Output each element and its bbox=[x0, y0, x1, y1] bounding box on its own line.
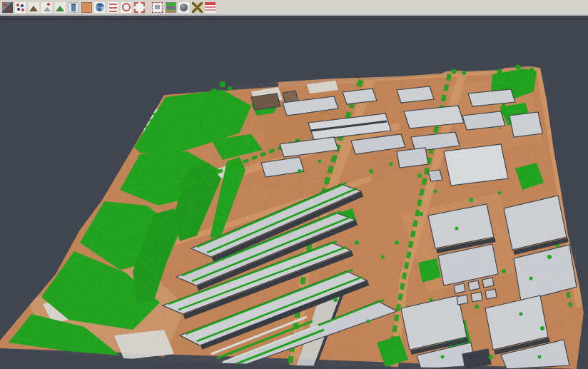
fit-extent-button[interactable] bbox=[133, 1, 146, 14]
globe-button[interactable] bbox=[93, 1, 106, 14]
globe-icon bbox=[94, 2, 105, 13]
sphere-render-button[interactable] bbox=[178, 1, 191, 14]
layer-list-icon bbox=[108, 2, 118, 13]
terrain-brown-icon bbox=[29, 2, 39, 13]
classify-dark-button[interactable] bbox=[1, 1, 14, 14]
layer-list-button[interactable] bbox=[106, 1, 119, 14]
flag-button[interactable] bbox=[204, 1, 217, 14]
viewport bbox=[0, 19, 588, 369]
sphere-render-icon bbox=[178, 2, 189, 13]
measure-icon bbox=[192, 2, 203, 13]
terrain-vegetation-button[interactable] bbox=[54, 1, 66, 14]
profile-view-button[interactable] bbox=[67, 1, 80, 14]
toolbar bbox=[0, 0, 588, 16]
viewport-3d-scene[interactable] bbox=[0, 20, 588, 369]
measure-button[interactable] bbox=[191, 1, 203, 14]
low-points-button[interactable] bbox=[41, 1, 54, 14]
fit-extent-icon bbox=[134, 2, 145, 13]
orthophoto-icon bbox=[81, 2, 92, 13]
point-scatter-icon bbox=[15, 2, 26, 13]
terrain-brown-button[interactable] bbox=[27, 1, 40, 14]
point-scatter-button[interactable] bbox=[14, 1, 27, 14]
select-area-button[interactable] bbox=[151, 1, 164, 14]
orthophoto-button[interactable] bbox=[80, 1, 93, 14]
flag-icon bbox=[205, 2, 216, 13]
low-points-icon bbox=[41, 2, 52, 13]
classify-dark-icon bbox=[2, 2, 13, 13]
classified-display-button[interactable] bbox=[164, 1, 177, 14]
target-circle-button[interactable] bbox=[120, 1, 133, 14]
terrain-vegetation-icon bbox=[55, 2, 66, 13]
target-circle-icon bbox=[121, 2, 131, 13]
profile-view-icon bbox=[68, 2, 78, 13]
classified-display-icon bbox=[166, 2, 176, 13]
select-area-icon bbox=[152, 2, 163, 13]
